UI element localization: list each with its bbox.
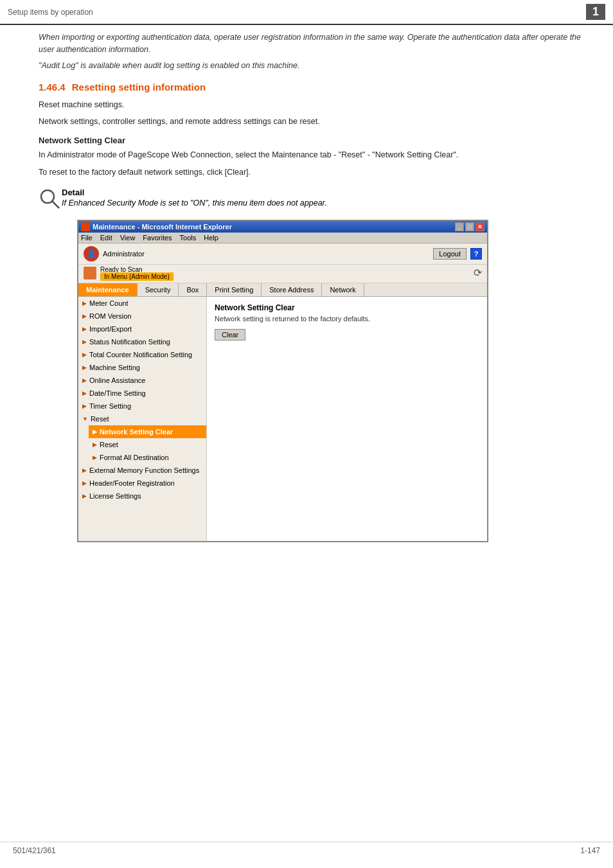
arrow-icon: ▶	[93, 454, 97, 461]
tab-network[interactable]: Network	[322, 283, 364, 296]
status-text-2: In Menu (Admin Mode)	[100, 273, 173, 280]
footer-left: 501/421/361	[13, 846, 56, 855]
menu-edit[interactable]: Edit	[100, 234, 112, 242]
printer-icon	[84, 267, 96, 279]
sidebar-item-online-assistance[interactable]: ▶ Online Assistance	[78, 374, 206, 387]
page-header-title: Setup items by operation	[8, 8, 93, 17]
browser-body: ▶ Meter Count ▶ ROM Version ▶ Import/Exp…	[78, 297, 487, 541]
page-header: Setup items by operation 1	[0, 0, 613, 25]
browser-menubar: File Edit View Favorites Tools Help	[78, 233, 487, 244]
arrow-icon: ▶	[82, 403, 87, 409]
browser-window: Maintenance - Microsoft Internet Explore…	[77, 220, 488, 542]
logout-button[interactable]: Logout	[433, 248, 466, 260]
sidebar-item-machine-setting[interactable]: ▶ Machine Setting	[78, 361, 206, 374]
sidebar-item-license[interactable]: ▶ License Settings	[78, 490, 206, 502]
minimize-button[interactable]: _	[455, 222, 464, 231]
arrow-icon: ▶	[82, 377, 87, 384]
sidebar-item-rom-version[interactable]: ▶ ROM Version	[78, 310, 206, 323]
arrow-icon: ▶	[82, 467, 87, 474]
refresh-button[interactable]: ⟳	[474, 267, 482, 279]
detail-text: If Enhanced Security Mode is set to "ON"…	[62, 199, 327, 208]
arrow-icon: ▶	[82, 364, 87, 371]
detail-box: Detail If Enhanced Security Mode is set …	[39, 188, 587, 211]
browser-tabs: Maintenance Security Box Print Setting S…	[78, 283, 487, 297]
arrow-icon: ▶	[82, 493, 87, 499]
status-text-1: Ready to Scan	[100, 266, 173, 273]
main-section-title: Network Setting Clear	[215, 303, 479, 312]
sidebar-item-datetime[interactable]: ▶ Date/Time Setting	[78, 387, 206, 400]
section-heading: 1.46.4 Resetting setting information	[39, 82, 587, 93]
admin-label: Administrator	[103, 250, 145, 258]
menu-help[interactable]: Help	[204, 234, 218, 242]
arrow-icon: ▶	[82, 300, 87, 306]
menu-view[interactable]: View	[120, 234, 136, 242]
detail-label: Detail	[62, 188, 327, 197]
main-desc: Network setting is returned to the facto…	[215, 315, 479, 323]
sidebar-item-import-export[interactable]: ▶ Import/Export	[78, 323, 206, 335]
clear-button[interactable]: Clear	[215, 329, 245, 341]
arrow-icon: ▶	[82, 480, 87, 486]
sidebar-item-header-footer[interactable]: ▶ Header/Footer Registration	[78, 477, 206, 490]
sidebar-item-meter-count[interactable]: ▶ Meter Count	[78, 297, 206, 310]
tab-maintenance[interactable]: Maintenance	[78, 283, 138, 296]
arrow-icon: ▶	[82, 326, 87, 332]
section-number: 1.46.4	[39, 82, 66, 93]
section-title: Resetting setting information	[72, 82, 206, 93]
detail-icon	[39, 188, 62, 211]
tab-security[interactable]: Security	[138, 283, 179, 296]
admin-icon: 👤	[84, 246, 99, 261]
body-text-4: To reset to the factory default network …	[39, 166, 587, 179]
page-number: 1	[586, 4, 605, 20]
sidebar-item-status-notification[interactable]: ▶ Status Notification Setting	[78, 335, 206, 348]
browser-titlebar: Maintenance - Microsoft Internet Explore…	[78, 221, 487, 233]
arrow-icon: ▶	[82, 313, 87, 319]
main-content: When importing or exporting authenticati…	[0, 31, 613, 542]
maximize-button[interactable]: □	[465, 222, 474, 231]
browser-sidebar: ▶ Meter Count ▶ ROM Version ▶ Import/Exp…	[78, 297, 207, 541]
arrow-icon: ▶	[93, 429, 97, 435]
browser-controls[interactable]: _ □ ✕	[455, 222, 484, 231]
subsection-heading: Network Setting Clear	[39, 136, 587, 145]
body-text-3: In Administrator mode of PageScope Web C…	[39, 149, 587, 161]
close-button[interactable]: ✕	[475, 222, 484, 231]
status-badge: In Menu (Admin Mode)	[100, 272, 173, 281]
browser-title: Maintenance - Microsoft Internet Explore…	[93, 223, 232, 231]
arrow-icon: ▶	[82, 390, 87, 396]
tab-print-setting[interactable]: Print Setting	[207, 283, 262, 296]
sidebar-item-reset-expanded[interactable]: ▼ Reset	[78, 412, 206, 425]
sidebar-sub-items: ▶ Network Setting Clear ▶ Reset ▶ Format…	[78, 425, 206, 464]
body-text-1: Reset machine settings.	[39, 99, 587, 111]
tab-box[interactable]: Box	[179, 283, 207, 296]
browser-app-icon	[81, 222, 90, 231]
intro-text-1: When importing or exporting authenticati…	[39, 31, 587, 56]
arrow-icon: ▶	[82, 351, 87, 358]
svg-line-1	[52, 201, 59, 208]
browser-status-bar: Ready to Scan In Menu (Admin Mode) ⟳	[78, 265, 487, 283]
arrow-icon: ▶	[93, 441, 97, 448]
footer-right: 1-147	[580, 846, 600, 855]
menu-tools[interactable]: Tools	[180, 234, 197, 242]
note-text: "Audit Log" is available when audit log …	[39, 61, 587, 70]
menu-file[interactable]: File	[81, 234, 93, 242]
browser-toolbar: 👤 Administrator Logout ?	[78, 244, 487, 265]
admin-area: 👤 Administrator	[84, 246, 145, 261]
sidebar-item-network-setting-clear[interactable]: ▶ Network Setting Clear	[89, 425, 206, 438]
sidebar-item-format-all[interactable]: ▶ Format All Destination	[89, 451, 206, 464]
arrow-icon: ▶	[82, 339, 87, 345]
menu-favorites[interactable]: Favorites	[143, 234, 172, 242]
help-button[interactable]: ?	[470, 248, 482, 260]
sidebar-item-timer[interactable]: ▶ Timer Setting	[78, 400, 206, 412]
sidebar-item-external-memory[interactable]: ▶ External Memory Function Settings	[78, 464, 206, 477]
arrow-icon: ▼	[82, 416, 88, 422]
page-footer: 501/421/361 1-147	[0, 842, 613, 855]
body-text-2: Network settings, controller settings, a…	[39, 116, 587, 128]
browser-main-panel: Network Setting Clear Network setting is…	[207, 297, 487, 541]
tab-store-address[interactable]: Store Address	[262, 283, 322, 296]
sidebar-item-total-counter[interactable]: ▶ Total Counter Notification Setting	[78, 348, 206, 361]
sidebar-item-reset-sub[interactable]: ▶ Reset	[89, 438, 206, 451]
